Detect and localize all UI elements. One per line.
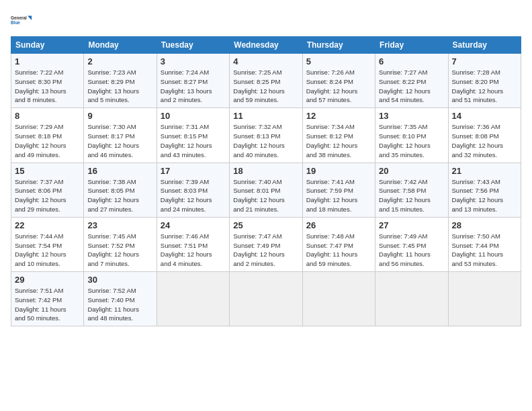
- col-header-sunday: Sunday: [11, 37, 84, 54]
- day-cell: 23Sunrise: 7:45 AM Sunset: 7:52 PM Dayli…: [84, 217, 157, 271]
- day-detail: Sunrise: 7:52 AM Sunset: 7:40 PM Dayligh…: [87, 287, 139, 322]
- day-cell: 17Sunrise: 7:39 AM Sunset: 8:03 PM Dayli…: [157, 163, 229, 217]
- day-number: 11: [233, 111, 298, 121]
- col-header-thursday: Thursday: [302, 37, 375, 54]
- week-row-5: 29Sunrise: 7:51 AM Sunset: 7:42 PM Dayli…: [11, 272, 521, 326]
- day-cell: 29Sunrise: 7:51 AM Sunset: 7:42 PM Dayli…: [11, 272, 84, 326]
- day-number: 30: [87, 275, 152, 285]
- day-number: 9: [87, 111, 152, 121]
- day-cell: 21Sunrise: 7:43 AM Sunset: 7:56 PM Dayli…: [448, 163, 521, 217]
- col-header-tuesday: Tuesday: [157, 37, 229, 54]
- week-row-3: 15Sunrise: 7:37 AM Sunset: 8:06 PM Dayli…: [11, 163, 521, 217]
- day-detail: Sunrise: 7:22 AM Sunset: 8:30 PM Dayligh…: [15, 68, 66, 103]
- logo: GeneralBlue: [11, 9, 32, 31]
- day-cell: [375, 272, 448, 326]
- day-detail: Sunrise: 7:32 AM Sunset: 8:13 PM Dayligh…: [233, 123, 285, 158]
- day-cell: 11Sunrise: 7:32 AM Sunset: 8:13 PM Dayli…: [230, 108, 302, 163]
- svg-text:General: General: [11, 15, 27, 20]
- col-header-wednesday: Wednesday: [230, 37, 302, 54]
- day-cell: [157, 272, 229, 326]
- day-number: 22: [15, 220, 80, 230]
- day-detail: Sunrise: 7:45 AM Sunset: 7:52 PM Dayligh…: [87, 232, 139, 267]
- day-detail: Sunrise: 7:25 AM Sunset: 8:25 PM Dayligh…: [233, 68, 285, 103]
- day-cell: 20Sunrise: 7:42 AM Sunset: 7:58 PM Dayli…: [375, 163, 448, 217]
- day-detail: Sunrise: 7:36 AM Sunset: 8:08 PM Dayligh…: [452, 123, 504, 158]
- day-cell: 25Sunrise: 7:47 AM Sunset: 7:49 PM Dayli…: [230, 217, 302, 271]
- day-detail: Sunrise: 7:39 AM Sunset: 8:03 PM Dayligh…: [161, 178, 212, 213]
- day-cell: 18Sunrise: 7:40 AM Sunset: 8:01 PM Dayli…: [230, 163, 302, 217]
- day-cell: 1Sunrise: 7:22 AM Sunset: 8:30 PM Daylig…: [11, 54, 84, 108]
- day-number: 7: [452, 56, 517, 66]
- day-number: 17: [161, 166, 226, 176]
- day-number: 28: [452, 220, 517, 230]
- day-detail: Sunrise: 7:46 AM Sunset: 7:51 PM Dayligh…: [161, 232, 212, 267]
- day-cell: 15Sunrise: 7:37 AM Sunset: 8:06 PM Dayli…: [11, 163, 84, 217]
- day-detail: Sunrise: 7:37 AM Sunset: 8:06 PM Dayligh…: [15, 178, 66, 213]
- day-cell: 2Sunrise: 7:23 AM Sunset: 8:29 PM Daylig…: [84, 54, 157, 108]
- header-row-days: SundayMondayTuesdayWednesdayThursdayFrid…: [11, 37, 521, 54]
- day-cell: 16Sunrise: 7:38 AM Sunset: 8:05 PM Dayli…: [84, 163, 157, 217]
- week-row-4: 22Sunrise: 7:44 AM Sunset: 7:54 PM Dayli…: [11, 217, 521, 271]
- day-detail: Sunrise: 7:47 AM Sunset: 7:49 PM Dayligh…: [233, 232, 285, 267]
- day-detail: Sunrise: 7:29 AM Sunset: 8:18 PM Dayligh…: [15, 123, 66, 158]
- day-number: 6: [379, 56, 444, 66]
- day-detail: Sunrise: 7:28 AM Sunset: 8:20 PM Dayligh…: [452, 68, 504, 103]
- page-container: GeneralBlue SundayMondayTuesdayWednesday…: [0, 0, 532, 333]
- logo-icon: GeneralBlue: [11, 9, 32, 31]
- day-number: 4: [233, 56, 298, 66]
- day-number: 8: [15, 111, 80, 121]
- day-cell: 19Sunrise: 7:41 AM Sunset: 7:59 PM Dayli…: [302, 163, 375, 217]
- day-number: 18: [233, 166, 298, 176]
- day-cell: 14Sunrise: 7:36 AM Sunset: 8:08 PM Dayli…: [448, 108, 521, 163]
- day-cell: 28Sunrise: 7:50 AM Sunset: 7:44 PM Dayli…: [448, 217, 521, 271]
- col-header-monday: Monday: [84, 37, 157, 54]
- day-detail: Sunrise: 7:50 AM Sunset: 7:44 PM Dayligh…: [452, 232, 504, 267]
- day-cell: 8Sunrise: 7:29 AM Sunset: 8:18 PM Daylig…: [11, 108, 84, 163]
- day-number: 25: [233, 220, 298, 230]
- svg-text:Blue: Blue: [11, 20, 20, 25]
- day-cell: 30Sunrise: 7:52 AM Sunset: 7:40 PM Dayli…: [84, 272, 157, 326]
- day-number: 10: [161, 111, 226, 121]
- day-cell: 10Sunrise: 7:31 AM Sunset: 8:15 PM Dayli…: [157, 108, 229, 163]
- day-detail: Sunrise: 7:44 AM Sunset: 7:54 PM Dayligh…: [15, 232, 66, 267]
- day-number: 24: [161, 220, 226, 230]
- day-detail: Sunrise: 7:43 AM Sunset: 7:56 PM Dayligh…: [452, 178, 504, 213]
- week-row-1: 1Sunrise: 7:22 AM Sunset: 8:30 PM Daylig…: [11, 54, 521, 108]
- day-number: 5: [306, 56, 371, 66]
- day-number: 20: [379, 166, 444, 176]
- day-detail: Sunrise: 7:40 AM Sunset: 8:01 PM Dayligh…: [233, 178, 285, 213]
- day-cell: 24Sunrise: 7:46 AM Sunset: 7:51 PM Dayli…: [157, 217, 229, 271]
- day-cell: [448, 272, 521, 326]
- day-cell: 12Sunrise: 7:34 AM Sunset: 8:12 PM Dayli…: [302, 108, 375, 163]
- day-detail: Sunrise: 7:42 AM Sunset: 7:58 PM Dayligh…: [379, 178, 431, 213]
- day-cell: 6Sunrise: 7:27 AM Sunset: 8:22 PM Daylig…: [375, 54, 448, 108]
- day-cell: 26Sunrise: 7:48 AM Sunset: 7:47 PM Dayli…: [302, 217, 375, 271]
- day-cell: 9Sunrise: 7:30 AM Sunset: 8:17 PM Daylig…: [84, 108, 157, 163]
- day-detail: Sunrise: 7:23 AM Sunset: 8:29 PM Dayligh…: [87, 68, 139, 103]
- col-header-friday: Friday: [375, 37, 448, 54]
- day-number: 16: [87, 166, 152, 176]
- day-cell: 5Sunrise: 7:26 AM Sunset: 8:24 PM Daylig…: [302, 54, 375, 108]
- day-number: 29: [15, 275, 80, 285]
- day-number: 23: [87, 220, 152, 230]
- day-detail: Sunrise: 7:24 AM Sunset: 8:27 PM Dayligh…: [161, 68, 212, 103]
- day-cell: 4Sunrise: 7:25 AM Sunset: 8:25 PM Daylig…: [230, 54, 302, 108]
- day-cell: 27Sunrise: 7:49 AM Sunset: 7:45 PM Dayli…: [375, 217, 448, 271]
- day-detail: Sunrise: 7:27 AM Sunset: 8:22 PM Dayligh…: [379, 68, 431, 103]
- day-number: 13: [379, 111, 444, 121]
- calendar-table: SundayMondayTuesdayWednesdayThursdayFrid…: [11, 36, 521, 326]
- day-number: 12: [306, 111, 371, 121]
- day-number: 27: [379, 220, 444, 230]
- day-number: 21: [452, 166, 517, 176]
- day-detail: Sunrise: 7:41 AM Sunset: 7:59 PM Dayligh…: [306, 178, 358, 213]
- week-row-2: 8Sunrise: 7:29 AM Sunset: 8:18 PM Daylig…: [11, 108, 521, 163]
- day-cell: [302, 272, 375, 326]
- day-number: 1: [15, 56, 80, 66]
- day-detail: Sunrise: 7:38 AM Sunset: 8:05 PM Dayligh…: [87, 178, 139, 213]
- day-cell: 13Sunrise: 7:35 AM Sunset: 8:10 PM Dayli…: [375, 108, 448, 163]
- day-number: 26: [306, 220, 371, 230]
- day-detail: Sunrise: 7:51 AM Sunset: 7:42 PM Dayligh…: [15, 287, 66, 322]
- day-cell: 22Sunrise: 7:44 AM Sunset: 7:54 PM Dayli…: [11, 217, 84, 271]
- day-number: 19: [306, 166, 371, 176]
- day-cell: [230, 272, 302, 326]
